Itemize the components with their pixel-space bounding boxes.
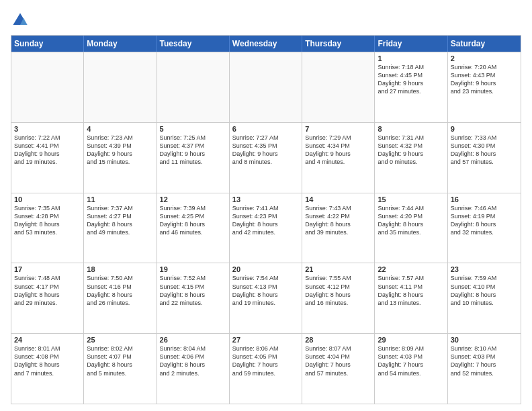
calendar-cell: 15Sunrise: 7:44 AM Sunset: 4:20 PM Dayli…: [375, 193, 447, 263]
day-info: Sunrise: 7:43 AM Sunset: 4:22 PM Dayligh…: [305, 204, 371, 237]
calendar-cell: 21Sunrise: 7:55 AM Sunset: 4:12 PM Dayli…: [302, 263, 375, 333]
day-number: 10: [14, 195, 81, 203]
day-number: 22: [378, 265, 444, 273]
day-number: 23: [451, 265, 518, 273]
day-info: Sunrise: 7:44 AM Sunset: 4:20 PM Dayligh…: [378, 204, 444, 237]
calendar-cell: 11Sunrise: 7:37 AM Sunset: 4:27 PM Dayli…: [84, 193, 157, 263]
day-info: Sunrise: 8:02 AM Sunset: 4:07 PM Dayligh…: [87, 345, 153, 377]
calendar-cell: [302, 52, 375, 122]
day-info: Sunrise: 8:04 AM Sunset: 4:06 PM Dayligh…: [160, 345, 226, 377]
day-number: 4: [87, 125, 153, 133]
day-number: 27: [232, 336, 299, 344]
calendar-cell: 25Sunrise: 8:02 AM Sunset: 4:07 PM Dayli…: [84, 334, 157, 404]
calendar-cell: 6Sunrise: 7:27 AM Sunset: 4:35 PM Daylig…: [230, 123, 302, 193]
day-info: Sunrise: 7:39 AM Sunset: 4:25 PM Dayligh…: [160, 204, 226, 237]
day-info: Sunrise: 7:46 AM Sunset: 4:19 PM Dayligh…: [451, 204, 518, 237]
day-info: Sunrise: 7:18 AM Sunset: 4:45 PM Dayligh…: [378, 63, 444, 96]
day-info: Sunrise: 7:57 AM Sunset: 4:11 PM Dayligh…: [378, 274, 444, 307]
calendar-cell: 16Sunrise: 7:46 AM Sunset: 4:19 PM Dayli…: [448, 193, 521, 263]
day-info: Sunrise: 7:20 AM Sunset: 4:43 PM Dayligh…: [451, 63, 518, 96]
day-info: Sunrise: 7:54 AM Sunset: 4:13 PM Dayligh…: [232, 274, 299, 307]
day-number: 16: [451, 195, 518, 203]
day-info: Sunrise: 7:31 AM Sunset: 4:32 PM Dayligh…: [378, 134, 444, 167]
day-number: 12: [160, 195, 226, 203]
calendar-cell: 9Sunrise: 7:33 AM Sunset: 4:30 PM Daylig…: [448, 123, 521, 193]
calendar-cell: 23Sunrise: 7:59 AM Sunset: 4:10 PM Dayli…: [448, 263, 521, 333]
day-info: Sunrise: 7:27 AM Sunset: 4:35 PM Dayligh…: [232, 134, 299, 167]
logo-icon: [11, 11, 30, 30]
calendar-cell: 28Sunrise: 8:07 AM Sunset: 4:04 PM Dayli…: [302, 334, 375, 404]
logo: [11, 11, 32, 30]
day-number: 26: [160, 336, 226, 344]
calendar-cell: [84, 52, 157, 122]
calendar-cell: 26Sunrise: 8:04 AM Sunset: 4:06 PM Dayli…: [157, 334, 230, 404]
day-info: Sunrise: 7:41 AM Sunset: 4:23 PM Dayligh…: [232, 204, 299, 237]
page-header: [11, 11, 521, 30]
calendar-week-4: 17Sunrise: 7:48 AM Sunset: 4:17 PM Dayli…: [11, 263, 521, 333]
day-number: 21: [305, 265, 371, 273]
weekday-header-tuesday: Tuesday: [157, 36, 230, 52]
calendar-cell: 17Sunrise: 7:48 AM Sunset: 4:17 PM Dayli…: [11, 263, 84, 333]
calendar-cell: 1Sunrise: 7:18 AM Sunset: 4:45 PM Daylig…: [375, 52, 447, 122]
weekday-header-friday: Friday: [375, 36, 447, 52]
calendar-cell: 5Sunrise: 7:25 AM Sunset: 4:37 PM Daylig…: [157, 123, 230, 193]
day-number: 14: [305, 195, 371, 203]
calendar-cell: 2Sunrise: 7:20 AM Sunset: 4:43 PM Daylig…: [448, 52, 521, 122]
day-number: 11: [87, 195, 153, 203]
calendar-cell: [157, 52, 230, 122]
day-info: Sunrise: 8:06 AM Sunset: 4:05 PM Dayligh…: [232, 345, 299, 377]
day-number: 7: [305, 125, 371, 133]
day-number: 29: [378, 336, 444, 344]
day-info: Sunrise: 8:10 AM Sunset: 4:03 PM Dayligh…: [451, 345, 518, 377]
calendar-cell: 4Sunrise: 7:23 AM Sunset: 4:39 PM Daylig…: [84, 123, 157, 193]
calendar-cell: 24Sunrise: 8:01 AM Sunset: 4:08 PM Dayli…: [11, 334, 84, 404]
calendar-cell: 7Sunrise: 7:29 AM Sunset: 4:34 PM Daylig…: [302, 123, 375, 193]
day-number: 19: [160, 265, 226, 273]
calendar-cell: 8Sunrise: 7:31 AM Sunset: 4:32 PM Daylig…: [375, 123, 447, 193]
calendar-cell: 27Sunrise: 8:06 AM Sunset: 4:05 PM Dayli…: [230, 334, 302, 404]
day-info: Sunrise: 7:33 AM Sunset: 4:30 PM Dayligh…: [451, 134, 518, 167]
calendar-cell: 14Sunrise: 7:43 AM Sunset: 4:22 PM Dayli…: [302, 193, 375, 263]
calendar-cell: 22Sunrise: 7:57 AM Sunset: 4:11 PM Dayli…: [375, 263, 447, 333]
day-number: 6: [232, 125, 299, 133]
calendar-cell: 20Sunrise: 7:54 AM Sunset: 4:13 PM Dayli…: [230, 263, 302, 333]
day-number: 18: [87, 265, 153, 273]
day-number: 1: [378, 54, 444, 62]
calendar-cell: [230, 52, 302, 122]
weekday-header-monday: Monday: [84, 36, 157, 52]
calendar-week-5: 24Sunrise: 8:01 AM Sunset: 4:08 PM Dayli…: [11, 333, 521, 404]
calendar-week-2: 3Sunrise: 7:22 AM Sunset: 4:41 PM Daylig…: [11, 122, 521, 193]
calendar-week-3: 10Sunrise: 7:35 AM Sunset: 4:28 PM Dayli…: [11, 193, 521, 263]
weekday-header-thursday: Thursday: [302, 36, 375, 52]
day-info: Sunrise: 7:25 AM Sunset: 4:37 PM Dayligh…: [160, 134, 226, 167]
day-info: Sunrise: 7:50 AM Sunset: 4:16 PM Dayligh…: [87, 274, 153, 307]
day-number: 13: [232, 195, 299, 203]
day-number: 15: [378, 195, 444, 203]
day-info: Sunrise: 7:29 AM Sunset: 4:34 PM Dayligh…: [305, 134, 371, 167]
day-info: Sunrise: 7:48 AM Sunset: 4:17 PM Dayligh…: [14, 274, 81, 307]
day-number: 20: [232, 265, 299, 273]
calendar-cell: 13Sunrise: 7:41 AM Sunset: 4:23 PM Dayli…: [230, 193, 302, 263]
calendar-body: 1Sunrise: 7:18 AM Sunset: 4:45 PM Daylig…: [11, 52, 521, 404]
calendar-cell: 18Sunrise: 7:50 AM Sunset: 4:16 PM Dayli…: [84, 263, 157, 333]
day-number: 30: [451, 336, 518, 344]
day-number: 3: [14, 125, 81, 133]
day-number: 25: [87, 336, 153, 344]
calendar: SundayMondayTuesdayWednesdayThursdayFrid…: [11, 35, 521, 404]
calendar-header: SundayMondayTuesdayWednesdayThursdayFrid…: [11, 36, 521, 52]
weekday-header-sunday: Sunday: [11, 36, 84, 52]
calendar-cell: 10Sunrise: 7:35 AM Sunset: 4:28 PM Dayli…: [11, 193, 84, 263]
calendar-cell: 30Sunrise: 8:10 AM Sunset: 4:03 PM Dayli…: [448, 334, 521, 404]
day-number: 24: [14, 336, 81, 344]
day-info: Sunrise: 7:23 AM Sunset: 4:39 PM Dayligh…: [87, 134, 153, 167]
calendar-week-1: 1Sunrise: 7:18 AM Sunset: 4:45 PM Daylig…: [11, 52, 521, 122]
day-number: 28: [305, 336, 371, 344]
day-number: 17: [14, 265, 81, 273]
day-info: Sunrise: 7:37 AM Sunset: 4:27 PM Dayligh…: [87, 204, 153, 237]
day-number: 2: [451, 54, 518, 62]
calendar-cell: 29Sunrise: 8:09 AM Sunset: 4:03 PM Dayli…: [375, 334, 447, 404]
day-info: Sunrise: 7:59 AM Sunset: 4:10 PM Dayligh…: [451, 274, 518, 307]
day-info: Sunrise: 8:09 AM Sunset: 4:03 PM Dayligh…: [378, 345, 444, 377]
calendar-cell: 3Sunrise: 7:22 AM Sunset: 4:41 PM Daylig…: [11, 123, 84, 193]
day-number: 5: [160, 125, 226, 133]
